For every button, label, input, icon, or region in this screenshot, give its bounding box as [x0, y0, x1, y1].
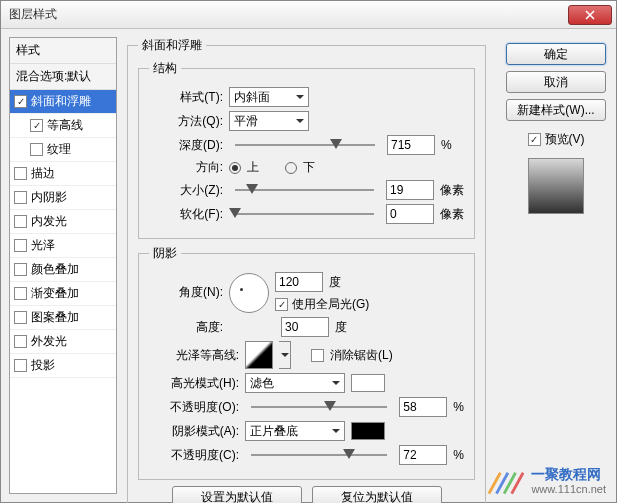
sidebar-item-label: 纹理 — [47, 141, 71, 158]
global-light-label: 使用全局光(G) — [292, 296, 369, 313]
antialias-checkbox[interactable] — [311, 349, 324, 362]
right-panel: 确定 取消 新建样式(W)... ✓ 预览(V) — [496, 37, 616, 494]
sidebar-item-drop-shadow[interactable]: 投影 — [10, 354, 116, 378]
depth-slider[interactable] — [235, 137, 375, 153]
size-slider[interactable] — [235, 182, 374, 198]
shadow-opacity-label: 不透明度(C): — [149, 447, 239, 464]
gloss-contour-picker[interactable] — [245, 341, 273, 369]
sidebar-item-outer-glow[interactable]: 外发光 — [10, 330, 116, 354]
sidebar-item-label: 内阴影 — [31, 189, 67, 206]
soften-slider[interactable] — [235, 206, 374, 222]
sidebar-item-bevel[interactable]: ✓斜面和浮雕 — [10, 90, 116, 114]
checkbox-icon[interactable] — [14, 287, 27, 300]
direction-up-radio[interactable] — [229, 162, 241, 174]
ok-button[interactable]: 确定 — [506, 43, 606, 65]
soften-input[interactable]: 0 — [386, 204, 434, 224]
sidebar-head-styles[interactable]: 样式 — [10, 38, 116, 64]
checkbox-icon[interactable] — [14, 167, 27, 180]
checkbox-icon[interactable] — [14, 239, 27, 252]
sidebar-item-gradient-overlay[interactable]: 渐变叠加 — [10, 282, 116, 306]
checkbox-icon[interactable] — [14, 263, 27, 276]
gloss-contour-dropdown[interactable] — [279, 341, 291, 369]
shadow-mode-select[interactable]: 正片叠底 — [245, 421, 345, 441]
highlight-mode-select[interactable]: 滤色 — [245, 373, 345, 393]
sidebar-item-contour[interactable]: ✓等高线 — [10, 114, 116, 138]
px-unit: 像素 — [440, 182, 464, 199]
technique-label: 方法(Q): — [149, 113, 223, 130]
titlebar[interactable]: 图层样式 — [1, 1, 616, 29]
global-light-checkbox[interactable]: ✓ — [275, 298, 288, 311]
depth-input[interactable]: 715 — [387, 135, 435, 155]
dialog-title: 图层样式 — [9, 6, 568, 23]
soften-label: 软化(F): — [149, 206, 223, 223]
checkbox-icon[interactable]: ✓ — [14, 95, 27, 108]
main-panel: 斜面和浮雕 结构 样式(T): 内斜面 方法(Q): 平滑 深度(D): 715 — [117, 37, 496, 494]
reset-default-button[interactable]: 复位为默认值 — [312, 486, 442, 503]
checkbox-icon[interactable]: ✓ — [30, 119, 43, 132]
structure-group: 结构 样式(T): 内斜面 方法(Q): 平滑 深度(D): 715 % — [138, 60, 475, 239]
checkbox-icon[interactable] — [30, 143, 43, 156]
new-style-button[interactable]: 新建样式(W)... — [506, 99, 606, 121]
sidebar-item-pattern-overlay[interactable]: 图案叠加 — [10, 306, 116, 330]
sidebar-item-label: 描边 — [31, 165, 55, 182]
sidebar-item-label: 图案叠加 — [31, 309, 79, 326]
altitude-input[interactable]: 30 — [281, 317, 329, 337]
gloss-contour-label: 光泽等高线: — [149, 347, 239, 364]
sidebar-item-stroke[interactable]: 描边 — [10, 162, 116, 186]
shadow-opacity-input[interactable]: 72 — [399, 445, 447, 465]
depth-label: 深度(D): — [149, 137, 223, 154]
angle-input[interactable]: 120 — [275, 272, 323, 292]
sidebar-item-label: 外发光 — [31, 333, 67, 350]
checkbox-icon[interactable] — [14, 359, 27, 372]
technique-select[interactable]: 平滑 — [229, 111, 309, 131]
shading-group: 阴影 角度(N): 120 度 ✓ 使用全局光(G) — [138, 245, 475, 480]
sidebar-item-label: 等高线 — [47, 117, 83, 134]
shadow-mode-label: 阴影模式(A): — [149, 423, 239, 440]
layer-style-dialog: 图层样式 样式 混合选项:默认 ✓斜面和浮雕 ✓等高线 纹理 描边 内阴影 内发… — [0, 0, 617, 503]
angle-label: 角度(N): — [149, 284, 223, 301]
highlight-opacity-label: 不透明度(O): — [149, 399, 239, 416]
shadow-opacity-slider[interactable] — [251, 447, 387, 463]
checkbox-icon[interactable] — [14, 215, 27, 228]
style-select[interactable]: 内斜面 — [229, 87, 309, 107]
sidebar-item-texture[interactable]: 纹理 — [10, 138, 116, 162]
style-label: 样式(T): — [149, 89, 223, 106]
size-label: 大小(Z): — [149, 182, 223, 199]
px-unit: 像素 — [440, 206, 464, 223]
shadow-color-swatch[interactable] — [351, 422, 385, 440]
checkbox-icon[interactable] — [14, 191, 27, 204]
sidebar-item-label: 颜色叠加 — [31, 261, 79, 278]
sidebar-item-color-overlay[interactable]: 颜色叠加 — [10, 258, 116, 282]
highlight-opacity-input[interactable]: 58 — [399, 397, 447, 417]
sidebar-item-label: 投影 — [31, 357, 55, 374]
pct-unit: % — [453, 448, 464, 462]
sidebar-head-blend[interactable]: 混合选项:默认 — [10, 64, 116, 90]
pct-unit: % — [441, 138, 452, 152]
sidebar-item-label: 内发光 — [31, 213, 67, 230]
shading-legend: 阴影 — [149, 245, 181, 262]
size-input[interactable]: 19 — [386, 180, 434, 200]
direction-down-radio[interactable] — [285, 162, 297, 174]
bevel-group: 斜面和浮雕 结构 样式(T): 内斜面 方法(Q): 平滑 深度(D): 715 — [127, 37, 486, 503]
cancel-button[interactable]: 取消 — [506, 71, 606, 93]
preview-checkbox[interactable]: ✓ — [528, 133, 541, 146]
close-button[interactable] — [568, 5, 612, 25]
checkbox-icon[interactable] — [14, 311, 27, 324]
angle-dial[interactable] — [229, 273, 269, 313]
highlight-opacity-slider[interactable] — [251, 399, 387, 415]
highlight-color-swatch[interactable] — [351, 374, 385, 392]
sidebar-item-label: 斜面和浮雕 — [31, 93, 91, 110]
pct-unit: % — [453, 400, 464, 414]
sidebar-item-satin[interactable]: 光泽 — [10, 234, 116, 258]
checkbox-icon[interactable] — [14, 335, 27, 348]
antialias-label: 消除锯齿(L) — [330, 347, 393, 364]
sidebar-item-label: 光泽 — [31, 237, 55, 254]
structure-legend: 结构 — [149, 60, 181, 77]
highlight-mode-label: 高光模式(H): — [149, 375, 239, 392]
sidebar-item-inner-shadow[interactable]: 内阴影 — [10, 186, 116, 210]
altitude-label: 高度: — [149, 319, 223, 336]
deg-unit: 度 — [335, 319, 347, 336]
sidebar-item-inner-glow[interactable]: 内发光 — [10, 210, 116, 234]
bevel-legend: 斜面和浮雕 — [138, 37, 206, 54]
set-default-button[interactable]: 设置为默认值 — [172, 486, 302, 503]
